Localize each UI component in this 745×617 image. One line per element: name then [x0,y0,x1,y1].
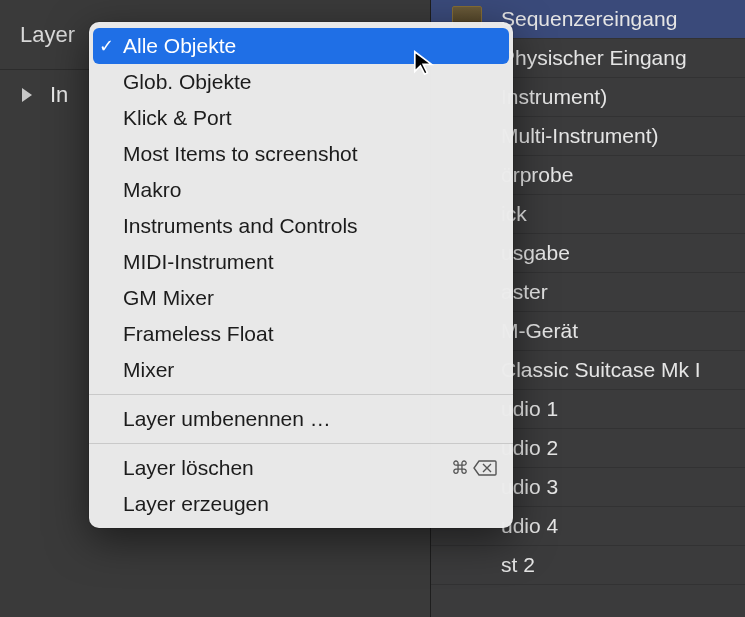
menu-item-label: Layer erzeugen [123,492,269,516]
menu-item-label: Mixer [123,358,174,382]
menu-item-rename-layer[interactable]: Layer umbenennen … [89,401,513,437]
menu-item[interactable]: Glob. Objekte [89,64,513,100]
menu-item-create-layer[interactable]: Layer erzeugen [89,486,513,522]
menu-item-label: Alle Objekte [123,34,236,58]
list-item-label: st 2 [501,553,535,577]
keyboard-shortcut: ⌘ [451,457,497,479]
menu-item[interactable]: Klick & Port [89,100,513,136]
menu-item-label: Frameless Float [123,322,274,346]
menu-item-label: Glob. Objekte [123,70,251,94]
menu-item[interactable]: Frameless Float [89,316,513,352]
menu-item-label: GM Mixer [123,286,214,310]
list-item[interactable]: st 2 [431,546,745,585]
menu-item-delete-layer[interactable]: Layer löschen ⌘ [89,450,513,486]
menu-item-label: Instruments and Controls [123,214,358,238]
list-item-label: Physischer Eingang [501,46,687,70]
menu-separator [89,394,513,395]
menu-item-label: Makro [123,178,181,202]
cmd-key-icon: ⌘ [451,457,469,479]
menu-separator [89,443,513,444]
menu-item-label: Layer löschen [123,456,254,480]
menu-item[interactable]: Instruments and Controls [89,208,513,244]
list-item-label: Multi-Instrument) [501,124,659,148]
menu-item-label: Layer umbenennen … [123,407,331,431]
list-item-label: Classic Suitcase Mk I [501,358,701,382]
list-item-label: Instrument) [501,85,607,109]
menu-item[interactable]: GM Mixer [89,280,513,316]
delete-key-icon [473,460,497,476]
checkmark-icon: ✓ [99,35,114,57]
menu-item-label: MIDI-Instrument [123,250,274,274]
menu-item-all-objects[interactable]: ✓ Alle Objekte [93,28,509,64]
layer-popup-menu: ✓ Alle Objekte Glob. Objekte Klick & Por… [89,22,513,528]
inspector-row-label: In [50,82,68,108]
disclosure-triangle-icon[interactable] [22,88,32,102]
menu-item-label: Klick & Port [123,106,232,130]
layer-label-text: Layer [20,22,75,48]
menu-item[interactable]: Makro [89,172,513,208]
menu-item[interactable]: MIDI-Instrument [89,244,513,280]
menu-item[interactable]: Mixer [89,352,513,388]
menu-item[interactable]: Most Items to screenshot [89,136,513,172]
list-item-label: Sequenzereingang [501,7,677,31]
menu-item-label: Most Items to screenshot [123,142,358,166]
